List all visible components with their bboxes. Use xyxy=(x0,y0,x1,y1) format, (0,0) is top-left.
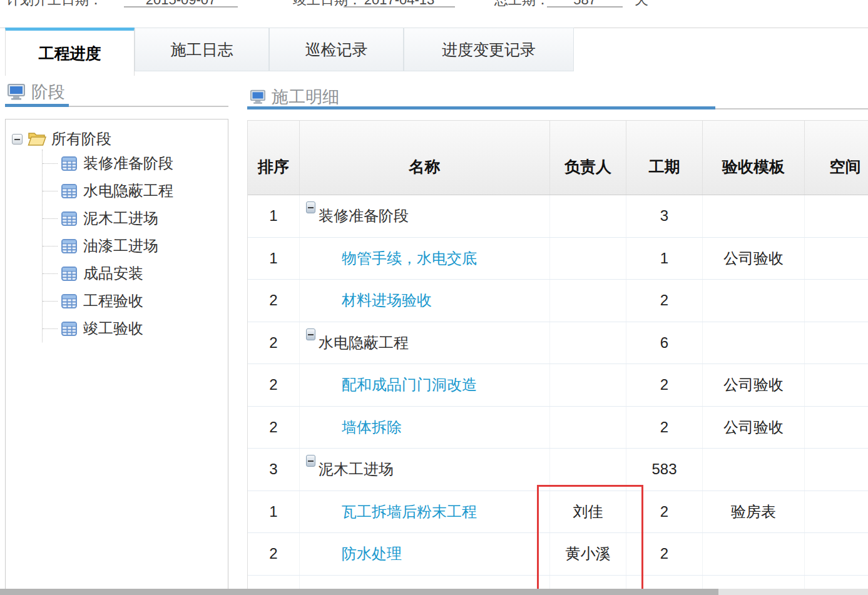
tree-item-label[interactable]: 水电隐蔽工程 xyxy=(83,181,173,201)
tab-construction-log[interactable]: 施工日志 xyxy=(135,28,269,71)
cell-order: 2 xyxy=(248,407,300,449)
table-header-row: 排序 名称 负责人 工期 验收模板 空间 xyxy=(248,121,868,195)
cell-owner: 黄小溪 xyxy=(550,533,626,575)
cell-space xyxy=(805,533,868,575)
table-icon xyxy=(61,321,77,337)
total-duration-label: 总工期： xyxy=(494,0,549,9)
tree-item-label[interactable]: 泥木工进场 xyxy=(83,208,158,228)
collapse-minus-icon[interactable] xyxy=(306,455,315,467)
cell-owner xyxy=(550,449,626,491)
tree-item-label[interactable]: 竣工验收 xyxy=(83,318,143,338)
cell-space xyxy=(805,449,868,491)
input-underline xyxy=(344,6,455,8)
cell-name[interactable]: 物管手续，水电交底 xyxy=(300,238,550,280)
table-row[interactable]: 2 材料进场验收 2 xyxy=(248,280,868,322)
cell-space xyxy=(805,322,868,364)
cell-order: 2 xyxy=(248,364,300,406)
task-name-link[interactable]: 墙体拆除 xyxy=(342,417,402,437)
cell-name[interactable]: 水电隐蔽工程 xyxy=(300,322,550,364)
table-icon xyxy=(61,238,77,254)
tree-item-label[interactable]: 装修准备阶段 xyxy=(83,153,173,173)
cell-owner xyxy=(550,407,626,449)
col-header-duration: 工期 xyxy=(626,121,703,195)
stage-panel-header: 阶段 xyxy=(8,81,65,103)
cell-owner xyxy=(550,238,626,280)
cell-order: 1 xyxy=(248,491,300,533)
cell-duration: 2 xyxy=(626,491,703,533)
cell-duration: 1 xyxy=(626,238,703,280)
scrollbar-thumb[interactable] xyxy=(0,589,718,595)
cell-duration: 6 xyxy=(626,322,703,364)
table-icon xyxy=(61,266,77,282)
col-header-space: 空间 xyxy=(805,121,868,195)
tree-item-stage[interactable]: 油漆工进场 xyxy=(43,232,228,260)
tree-item-stage[interactable]: 装修准备阶段 xyxy=(43,150,228,177)
construction-detail-table: 排序 名称 负责人 工期 验收模板 空间 1 装修准备阶段 3 1 物管手续，水… xyxy=(247,120,868,595)
cell-name[interactable]: 墙体拆除 xyxy=(300,407,550,449)
folder-open-icon xyxy=(28,131,46,146)
cell-name[interactable]: 瓦工拆墙后粉末工程 xyxy=(300,491,550,533)
collapse-icon[interactable] xyxy=(12,134,23,145)
task-name-link[interactable]: 配和成品门门洞改造 xyxy=(342,375,477,395)
table-row[interactable]: 1 瓦工拆墙后粉末工程 刘佳 2 验房表 xyxy=(248,491,868,534)
table-row[interactable]: 3 泥木工进场 583 xyxy=(248,449,868,491)
cell-duration: 2 xyxy=(626,280,703,322)
tree-item-stage[interactable]: 成品安装 xyxy=(43,260,228,287)
tree-item-stage[interactable]: 工程验收 xyxy=(43,287,228,315)
table-body: 1 装修准备阶段 3 1 物管手续，水电交底 1 公司验收 2 材料进场验收 2… xyxy=(248,195,868,595)
horizontal-scrollbar[interactable] xyxy=(0,589,868,595)
table-row[interactable]: 1 物管手续，水电交底 1 公司验收 xyxy=(248,238,868,280)
cell-space xyxy=(805,280,868,322)
task-name-link[interactable]: 瓦工拆墙后粉末工程 xyxy=(342,502,477,522)
detail-panel-underline xyxy=(247,106,715,109)
group-name-text: 水电隐蔽工程 xyxy=(319,333,409,353)
cell-template xyxy=(703,449,805,491)
tree-item-label[interactable]: 工程验收 xyxy=(83,291,143,311)
table-row[interactable]: 1 装修准备阶段 3 xyxy=(248,195,868,238)
total-duration-value[interactable]: 587 xyxy=(547,0,623,9)
cell-name[interactable]: 材料进场验收 xyxy=(300,280,550,322)
tab-inspection-records[interactable]: 巡检记录 xyxy=(269,28,404,71)
tab-project-progress[interactable]: 工程进度 xyxy=(5,28,135,76)
monitor-icon xyxy=(250,89,265,104)
cell-order: 2 xyxy=(248,322,300,364)
tree-item-stage[interactable]: 水电隐蔽工程 xyxy=(43,177,228,205)
tree-item-stage[interactable]: 竣工验收 xyxy=(43,315,228,342)
task-name-link[interactable]: 材料进场验收 xyxy=(342,290,432,310)
cell-template xyxy=(703,280,805,322)
cell-name[interactable]: 防水处理 xyxy=(300,533,550,575)
cell-duration: 583 xyxy=(626,449,703,491)
tree-root-row[interactable]: 所有阶段 xyxy=(6,120,228,150)
cell-duration: 3 xyxy=(626,195,703,237)
stage-panel-title: 阶段 xyxy=(31,81,65,103)
detail-panel-underline-gray xyxy=(715,108,868,109)
planned-start-date-value[interactable]: 2015-09-07 xyxy=(124,0,238,9)
cell-space xyxy=(805,491,868,533)
tree-item-stage[interactable]: 泥木工进场 xyxy=(43,205,228,232)
collapse-minus-icon[interactable] xyxy=(306,201,315,213)
group-name-text: 泥木工进场 xyxy=(319,459,394,479)
cell-template: 公司验收 xyxy=(703,238,805,280)
table-row[interactable]: 2 水电隐蔽工程 6 xyxy=(248,322,868,365)
task-name-link[interactable]: 防水处理 xyxy=(342,544,402,564)
completion-date-value[interactable]: 2017-04-13 xyxy=(344,0,455,9)
cell-owner xyxy=(550,364,626,406)
tree-item-label[interactable]: 油漆工进场 xyxy=(83,236,158,256)
cell-name[interactable]: 泥木工进场 xyxy=(300,449,550,491)
detail-panel-header: 施工明细 xyxy=(250,86,339,108)
collapse-minus-icon[interactable] xyxy=(306,328,315,340)
cell-name[interactable]: 配和成品门门洞改造 xyxy=(300,364,550,406)
cell-template xyxy=(703,195,805,237)
input-underline xyxy=(547,6,623,8)
stage-panel-underline-gray xyxy=(69,106,228,107)
table-row[interactable]: 2 防水处理 黄小溪 2 xyxy=(248,533,868,576)
cell-name[interactable]: 装修准备阶段 xyxy=(300,195,550,237)
tree-item-label[interactable]: 成品安装 xyxy=(83,263,143,283)
task-name-link[interactable]: 物管手续，水电交底 xyxy=(342,248,477,268)
cell-template: 验房表 xyxy=(703,491,805,533)
table-row[interactable]: 2 墙体拆除 2 公司验收 xyxy=(248,407,868,449)
tree-root-label[interactable]: 所有阶段 xyxy=(51,129,111,149)
table-row[interactable]: 2 配和成品门门洞改造 2 公司验收 xyxy=(248,364,868,407)
input-underline xyxy=(124,6,238,8)
tab-progress-change-records[interactable]: 进度变更记录 xyxy=(404,28,574,71)
